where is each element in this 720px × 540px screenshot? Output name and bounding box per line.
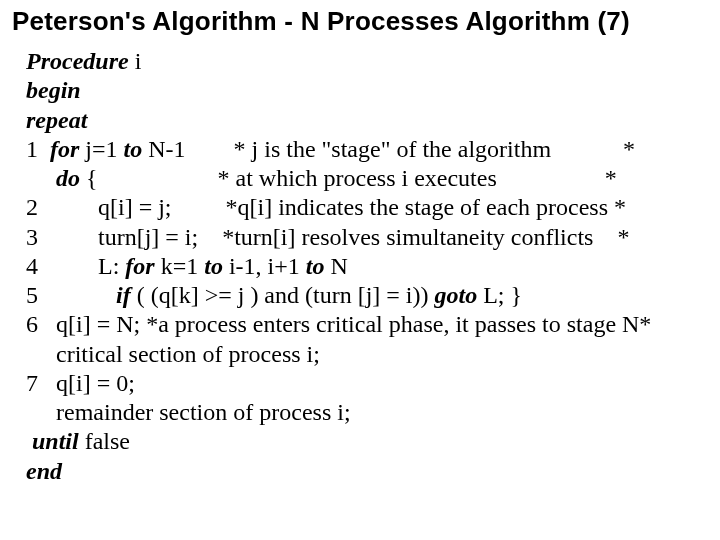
txt-range1: i-1, i+1 xyxy=(223,253,306,279)
line-7: 7 q[i] = 0; xyxy=(26,369,708,398)
txt-line2: 2 q[i] = j; *q[i] indicates the stage of… xyxy=(26,194,626,220)
txt-false: false xyxy=(79,428,130,454)
txt-remainder: remainder section of process i; xyxy=(26,399,351,425)
kw-to-2: to xyxy=(204,253,223,279)
line-2: 2 q[i] = j; *q[i] indicates the stage of… xyxy=(26,193,708,222)
line-3: 3 turn[j] = i; *turn[i] resolves simulta… xyxy=(26,223,708,252)
kw-do: do xyxy=(56,165,80,191)
txt-stage-comment: N-1 * j is the "stage" of the algorithm … xyxy=(142,136,635,162)
title-strong: Peterson's Algorithm - xyxy=(12,6,301,36)
txt-cond: ( (q[k] >= j ) and (turn [j] = i)) xyxy=(131,282,435,308)
txt-k1: k=1 xyxy=(155,253,205,279)
line-6: 6 q[i] = N; *a process enters critical p… xyxy=(26,310,708,339)
slide-root: Peterson's Algorithm - N Processes Algor… xyxy=(0,0,720,540)
txt-j1: j=1 xyxy=(79,136,123,162)
kw-goto: goto xyxy=(435,282,478,308)
slide-title: Peterson's Algorithm - N Processes Algor… xyxy=(12,6,708,37)
txt-line7: 7 q[i] = 0; xyxy=(26,370,135,396)
txt-line3: 3 turn[j] = i; *turn[i] resolves simulta… xyxy=(26,224,629,250)
algorithm-body: Procedure i begin repeat 1 for j=1 to N-… xyxy=(12,47,708,486)
kw-for-2: for xyxy=(125,253,154,279)
kw-to-3: to xyxy=(306,253,325,279)
txt-critical: critical section of process i; xyxy=(26,341,320,367)
line-5: 5 if ( (q[k] >= j ) and (turn [j] = i)) … xyxy=(26,281,708,310)
line-4: 4 L: for k=1 to i-1, i+1 to N xyxy=(26,252,708,281)
kw-if: if xyxy=(116,282,131,308)
line-begin: begin xyxy=(26,76,708,105)
txt-N: N xyxy=(324,253,347,279)
line-critical: critical section of process i; xyxy=(26,340,708,369)
txt-line6: 6 q[i] = N; *a process enters critical p… xyxy=(26,311,651,337)
indent-do xyxy=(26,165,56,191)
txt-procedure-i: i xyxy=(129,48,142,74)
line-repeat: repeat xyxy=(26,106,708,135)
line-1-for: 1 for j=1 to N-1 * j is the "stage" of t… xyxy=(26,135,708,164)
ln1-num: 1 xyxy=(26,136,50,162)
kw-begin: begin xyxy=(26,76,81,105)
kw-for-1: for xyxy=(50,136,79,162)
line-until: until false xyxy=(26,427,708,456)
line-do: do { * at which process i executes * xyxy=(26,164,708,193)
ln4-prefix: 4 L: xyxy=(26,253,125,279)
line-remainder: remainder section of process i; xyxy=(26,398,708,427)
kw-procedure: Procedure xyxy=(26,48,129,74)
txt-do-comment: { * at which process i executes * xyxy=(80,165,617,191)
kw-end: end xyxy=(26,458,62,484)
txt-goto-tail: L; } xyxy=(477,282,522,308)
kw-repeat: repeat xyxy=(26,106,87,135)
kw-until: until xyxy=(26,428,79,454)
line-end: end xyxy=(26,457,708,486)
kw-to-1: to xyxy=(124,136,143,162)
line-procedure: Procedure i xyxy=(26,47,708,76)
title-rest: N Processes Algorithm (7) xyxy=(301,6,630,36)
ln5-prefix: 5 xyxy=(26,282,116,308)
